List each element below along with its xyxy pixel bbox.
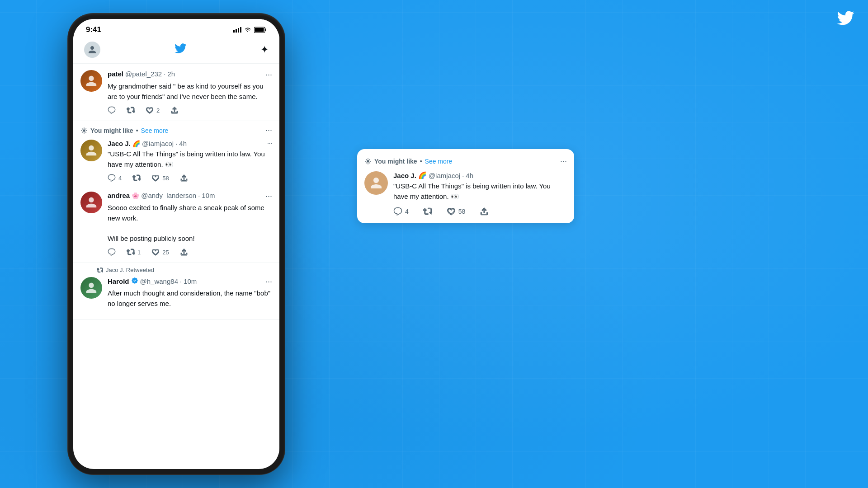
andrea-tweet-actions: 1 25 [108,248,272,256]
harold-tweet-content: Harold @h_wang84 · 10m ··· After much th… [108,277,272,313]
harold-name: Harold [108,277,129,285]
standalone-card-label: You might like • See more [364,158,452,165]
patel-tweet-content: patel @patel_232 · 2h ··· My grandmother… [108,70,272,114]
harold-more-button[interactable]: ··· [265,277,272,286]
jaco-like-count-yml: 58 [162,175,169,182]
patel-like-count: 2 [156,107,160,114]
jaco-like-action-yml[interactable]: 58 [151,174,169,182]
standalone-reply-count: 4 [405,208,409,215]
twitter-logo-corner [836,9,854,31]
harold-tweet-text: After much thought and consideration, th… [108,288,272,309]
jaco-name-yml: Jaco J. [108,140,131,147]
standalone-jaco-emoji: 🌈 [418,171,427,179]
reply-icon [108,106,116,114]
patel-name: patel [108,70,123,78]
jaco-emoji-yml: 🌈 [132,140,140,147]
patel-share-action[interactable] [170,106,179,114]
battery-icon [254,27,267,33]
status-icons [233,27,267,33]
standalone-jaco-text: "USB-C All The Things" is being written … [393,181,567,202]
pin-icon [80,127,88,134]
patel-like-action[interactable]: 2 [146,106,160,114]
svg-rect-0 [233,30,235,33]
you-might-like-header: You might like • See more ··· [80,126,272,135]
svg-point-8 [367,160,369,162]
you-might-like-more[interactable]: ··· [265,126,272,135]
jaco-user-info-yml: Jaco J. 🌈 @iamjacoj · 4h [108,140,187,147]
andrea-tweet-content: andrea 🌸 @andy_landerson · 10m ··· Soooo… [108,192,272,256]
svg-point-7 [83,129,85,131]
patel-more-button[interactable]: ··· [265,70,272,80]
harold-user-info: Harold @h_wang84 · 10m [108,277,197,286]
standalone-share-icon [480,207,489,216]
standalone-like-icon [447,207,456,216]
sparkle-icon[interactable]: ✦ [260,44,269,56]
patel-retweet-action[interactable] [127,106,135,114]
status-time: 9:41 [86,25,101,34]
standalone-you-might-like: You might like [374,158,417,165]
standalone-card: You might like • See more ··· Jaco J. 🌈 … [357,149,574,223]
standalone-retweet-action[interactable] [423,207,432,216]
standalone-jaco-content: Jaco J. 🌈 @iamjacoj · 4h "USB-C All The … [393,171,567,216]
andrea-retweet-count: 1 [137,249,141,256]
jaco-retweet-action-yml[interactable] [132,174,141,182]
jaco-share-action-yml[interactable] [180,174,188,182]
standalone-jaco-avatar[interactable] [364,171,388,195]
standalone-pin-icon [364,158,372,165]
harold-tweet-header: Harold @h_wang84 · 10m ··· [108,277,272,286]
twitter-logo-nav [174,42,187,58]
standalone-tweet: Jaco J. 🌈 @iamjacoj · 4h "USB-C All The … [364,171,567,216]
jaco-avatar-yml[interactable] [80,140,102,161]
share-icon-andrea [180,248,188,256]
svg-rect-5 [265,28,266,31]
phone-outer: 9:41 [68,14,285,474]
standalone-card-header: You might like • See more ··· [364,156,567,166]
patel-tweet-header: patel @patel_232 · 2h ··· [108,70,272,80]
standalone-jaco-handle: @iamjacoj [429,172,460,179]
patel-time: · [164,70,165,78]
svg-rect-1 [236,29,237,33]
standalone-share-action[interactable] [480,207,489,216]
standalone-retweet-icon [423,207,432,216]
phone-wrapper: 9:41 [68,14,285,474]
phone-nav-bar: ✦ [73,38,279,64]
user-avatar-nav[interactable] [84,42,100,58]
patel-tweet-actions: 2 [108,106,272,114]
andrea-name: andrea [108,192,130,199]
standalone-see-more[interactable]: See more [425,158,453,165]
harold-avatar[interactable] [80,277,102,299]
see-more-link-phone[interactable]: See more [141,127,169,134]
retweet-icon-jaco [132,174,141,182]
andrea-share-action[interactable] [180,248,188,256]
share-icon [170,106,179,114]
jaco-reply-count-yml: 4 [118,175,122,182]
harold-time: 10m [184,277,197,285]
jaco-tweet-text-yml: "USB-C All The Things" is being written … [108,149,272,169]
patel-avatar[interactable] [80,70,102,92]
you-might-like-label: You might like • See more [80,127,168,134]
standalone-jaco-user-info: Jaco J. 🌈 @iamjacoj · 4h [393,171,567,179]
retweet-icon [127,106,135,114]
patel-tweet-text: My grandmother said " be as kind to your… [108,81,272,102]
patel-reply-action[interactable] [108,106,116,114]
jaco-reply-action-yml[interactable]: 4 [108,174,122,182]
jaco-handle-yml: @iamjacoj [142,140,174,147]
andrea-more-button[interactable]: ··· [265,192,272,201]
jaco-tweet-content-yml: Jaco J. 🌈 @iamjacoj · 4h ··· "USB-C All … [108,140,272,182]
standalone-more-button[interactable]: ··· [560,156,567,166]
jaco-tweet-yml: Jaco J. 🌈 @iamjacoj · 4h ··· "USB-C All … [80,140,272,182]
andrea-user-info: andrea 🌸 @andy_landerson · 10m [108,192,215,199]
tweet-harold: Harold @h_wang84 · 10m ··· After much th… [73,273,279,320]
standalone-reply-action[interactable]: 4 [393,207,409,216]
jaco-more-yml[interactable]: ··· [267,140,272,146]
patel-time-val: 2h [167,70,175,78]
andrea-retweet-action[interactable]: 1 [127,248,141,256]
jaco-tweet-header-yml: Jaco J. 🌈 @iamjacoj · 4h ··· [108,140,272,147]
standalone-like-action[interactable]: 58 [447,207,466,216]
tweet-patel: patel @patel_232 · 2h ··· My grandmother… [73,64,279,121]
share-icon-jaco [180,174,188,182]
reply-icon-andrea [108,248,116,256]
andrea-like-action[interactable]: 25 [151,248,169,256]
andrea-reply-action[interactable] [108,248,116,256]
andrea-avatar[interactable] [80,192,102,213]
